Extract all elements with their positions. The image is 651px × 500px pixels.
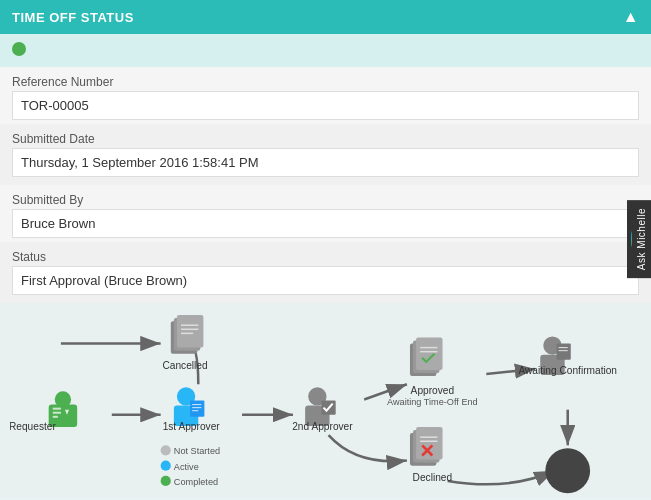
svg-point-48 bbox=[161, 476, 171, 486]
svg-rect-36 bbox=[416, 427, 442, 460]
ask-michelle-label: Ask Michelle bbox=[636, 208, 647, 270]
awaiting-confirmation-label: Awaiting Confirmation bbox=[518, 365, 617, 376]
completed-circle bbox=[545, 448, 590, 493]
svg-rect-22 bbox=[190, 401, 204, 417]
status-dot-row bbox=[0, 34, 651, 67]
workflow-diagram: Requester Cancelled bbox=[0, 303, 651, 498]
status-indicator-dot bbox=[12, 42, 26, 56]
workflow-svg: Requester Cancelled bbox=[10, 313, 641, 498]
submitted-by-label: Submitted By bbox=[12, 189, 639, 209]
status-label: Status bbox=[12, 246, 639, 266]
svg-rect-11 bbox=[53, 412, 61, 414]
submitted-date-value: Thursday, 1 September 2016 1:58:41 PM bbox=[12, 148, 639, 177]
first-approver-label: 1st Approver bbox=[163, 421, 221, 432]
header-bar: TIME OFF STATUS ▲ bbox=[0, 0, 651, 34]
completed-legend: Completed bbox=[174, 477, 218, 487]
svg-point-47 bbox=[161, 461, 171, 471]
requester-label: Requester bbox=[10, 421, 56, 432]
declined-label: Declined bbox=[413, 472, 453, 483]
reference-value: TOR-00005 bbox=[12, 91, 639, 120]
svg-rect-31 bbox=[416, 337, 442, 370]
status-section: Status First Approval (Bruce Brown) bbox=[0, 242, 651, 303]
cancelled-label: Cancelled bbox=[162, 360, 207, 371]
reference-label: Reference Number bbox=[12, 71, 639, 91]
collapse-icon[interactable]: ▲ bbox=[623, 8, 639, 26]
ask-michelle-widget[interactable]: Ask Michelle bbox=[627, 200, 651, 278]
main-container: TIME OFF STATUS ▲ Reference Number TOR-0… bbox=[0, 0, 651, 500]
svg-point-46 bbox=[161, 445, 171, 455]
active-legend: Active bbox=[174, 462, 199, 472]
second-approver-label: 2nd Approver bbox=[292, 421, 353, 432]
svg-rect-16 bbox=[177, 315, 203, 348]
submitted-by-value: Bruce Brown bbox=[12, 209, 639, 238]
submitted-date-section: Submitted Date Thursday, 1 September 201… bbox=[0, 124, 651, 185]
header-title: TIME OFF STATUS bbox=[12, 10, 134, 25]
reference-section: Reference Number TOR-00005 bbox=[0, 67, 651, 124]
awaiting-time-off-label: Awaiting Time-Off End bbox=[387, 397, 478, 407]
submitted-by-section: Submitted By Bruce Brown bbox=[0, 185, 651, 242]
michelle-avatar-icon bbox=[631, 231, 632, 247]
submitted-date-label: Submitted Date bbox=[12, 128, 639, 148]
status-value: First Approval (Bruce Brown) bbox=[12, 266, 639, 295]
svg-rect-43 bbox=[557, 344, 571, 360]
svg-rect-10 bbox=[53, 408, 61, 410]
svg-point-9 bbox=[55, 391, 71, 407]
svg-rect-12 bbox=[53, 416, 58, 418]
approved-label: Approved bbox=[411, 385, 454, 396]
not-started-legend: Not Started bbox=[174, 446, 220, 456]
